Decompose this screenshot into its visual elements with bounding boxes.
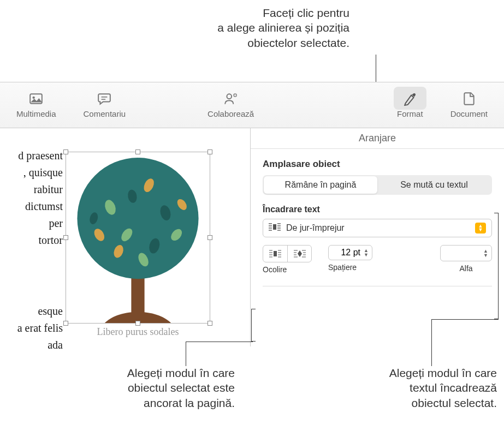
spacing-input[interactable] bbox=[332, 248, 360, 258]
toolbar-format-label: Format bbox=[397, 109, 423, 118]
wrap-label: Încadrare text bbox=[263, 205, 492, 214]
stepper-arrows-icon[interactable]: ▲▼ bbox=[364, 248, 369, 257]
spacing-label: Spațiere bbox=[328, 263, 357, 272]
callout-line-bl-v bbox=[186, 342, 186, 366]
divider bbox=[263, 286, 492, 286]
wrap-popup[interactable]: De jur-împrejur ▲▼ bbox=[263, 219, 492, 237]
toolbar-multimedia[interactable]: Multimedia bbox=[3, 82, 70, 128]
document-icon bbox=[461, 92, 477, 106]
image-icon bbox=[28, 92, 44, 106]
selected-image[interactable] bbox=[66, 152, 210, 324]
toolbar-comment[interactable]: Comentariu bbox=[70, 82, 140, 128]
toolbar-multimedia-label: Multimedia bbox=[16, 109, 56, 118]
tree-illustration bbox=[66, 152, 210, 323]
resize-handle[interactable] bbox=[63, 235, 68, 240]
resize-handle[interactable] bbox=[207, 235, 212, 240]
placement-label: Amplasare obiect bbox=[263, 159, 492, 170]
bracket-left bbox=[251, 309, 256, 342]
wrap-popup-value: De jur-împrejur bbox=[286, 223, 345, 233]
toolbar-document-label: Document bbox=[450, 109, 488, 118]
alpha-label: Alfa bbox=[459, 264, 472, 273]
toolbar-comment-label: Comentariu bbox=[84, 109, 126, 118]
callout-bottom-left: Alegeți modul în care obiectul selectat … bbox=[76, 366, 235, 410]
resize-handle[interactable] bbox=[135, 321, 140, 326]
wrap-around-icon bbox=[269, 223, 281, 234]
svg-rect-22 bbox=[273, 224, 276, 230]
seg-stay-on-page[interactable]: Rămâne în pagină bbox=[264, 176, 377, 194]
resize-handle[interactable] bbox=[207, 321, 212, 326]
resize-handle[interactable] bbox=[135, 149, 140, 154]
document-text-left: d praesent , quisque rabitur dictumst pe… bbox=[0, 128, 63, 249]
toolbar-document[interactable]: Document bbox=[437, 82, 501, 128]
inspector-tab-arrange[interactable]: Aranjare bbox=[251, 128, 504, 149]
callout-top: Faceți clic pentru a alege alinierea și … bbox=[191, 5, 349, 50]
callout-line-br-h bbox=[431, 319, 499, 320]
bracket-right bbox=[494, 213, 499, 319]
inspector-panel: Aranjare Amplasare obiect Rămâne în pagi… bbox=[250, 128, 504, 346]
alpha-stepper[interactable]: ▲▼ bbox=[440, 245, 492, 261]
seg-move-with-text[interactable]: Se mută cu textul bbox=[377, 176, 491, 194]
resize-handle[interactable] bbox=[63, 321, 68, 326]
toolbar: Multimedia Comentariu Colaborează Format… bbox=[0, 82, 504, 128]
fit-rect-button[interactable] bbox=[263, 246, 287, 262]
format-icon bbox=[402, 92, 418, 106]
svg-point-1 bbox=[33, 97, 35, 99]
toolbar-format[interactable]: Format bbox=[383, 82, 437, 128]
fit-label: Ocolire bbox=[263, 265, 287, 274]
svg-point-4 bbox=[227, 94, 232, 99]
placement-segmented-control: Rămâne în pagină Se mută cu textul bbox=[263, 175, 492, 195]
comment-icon bbox=[96, 92, 112, 106]
spacing-stepper[interactable]: ▲▼ bbox=[328, 245, 372, 260]
fit-segmented-control bbox=[263, 245, 312, 262]
toolbar-collaborate-label: Colaborează bbox=[207, 109, 254, 118]
image-caption[interactable]: Libero purus sodales bbox=[66, 326, 210, 338]
resize-handle[interactable] bbox=[207, 149, 212, 154]
fit-contour-icon bbox=[294, 249, 306, 258]
document-canvas[interactable]: d praesent , quisque rabitur dictumst pe… bbox=[0, 128, 250, 346]
document-text-bottom: esque a erat felis ada bbox=[0, 284, 63, 354]
chevron-updown-icon: ▲▼ bbox=[475, 223, 486, 234]
inspector-tab-label: Aranjare bbox=[359, 133, 396, 144]
fit-contour-button[interactable] bbox=[287, 246, 311, 262]
callout-line-bl-h bbox=[186, 342, 253, 342]
svg-rect-31 bbox=[274, 251, 277, 256]
stepper-arrows-icon[interactable]: ▲▼ bbox=[483, 249, 488, 258]
collaborate-icon bbox=[223, 92, 239, 106]
callout-line-br-v bbox=[431, 319, 432, 366]
resize-handle[interactable] bbox=[63, 149, 68, 154]
fit-rect-icon bbox=[269, 249, 281, 258]
toolbar-collaborate[interactable]: Colaborează bbox=[194, 82, 268, 128]
callout-bottom-right: Alegeți modul în care textul încadrează … bbox=[339, 366, 497, 410]
